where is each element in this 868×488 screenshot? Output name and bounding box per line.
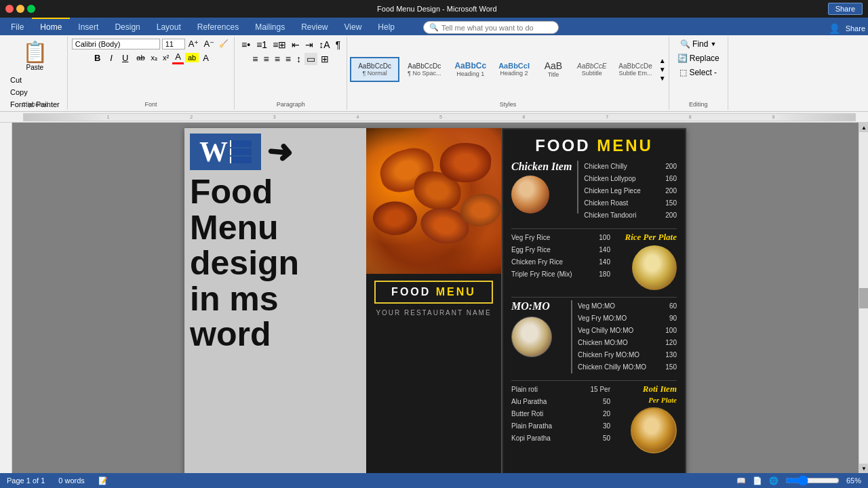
styles-scroll-arrows[interactable]: ▲ ▼ ▼ xyxy=(659,57,666,82)
cut-button[interactable]: Cut xyxy=(7,75,63,85)
maximize-button[interactable] xyxy=(27,5,35,13)
tab-layout[interactable]: Layout xyxy=(149,18,189,35)
print-layout-button[interactable]: 📄 xyxy=(753,476,762,485)
paste-button[interactable]: 📋 Paste xyxy=(7,38,63,73)
replace-button[interactable]: 🔄 Replace xyxy=(675,52,722,64)
roti-items: Plain roti 15 Per Alu Paratha 50 Butter … xyxy=(511,384,610,445)
font-color-button[interactable]: A xyxy=(172,51,184,64)
tab-view[interactable]: View xyxy=(336,18,370,35)
tab-home[interactable]: Home xyxy=(32,18,70,35)
multilevel-list-button[interactable]: ≡⊞ xyxy=(271,39,288,51)
font-group-label: Font xyxy=(68,101,234,108)
tab-references[interactable]: References xyxy=(189,18,247,35)
read-mode-button[interactable]: 📖 xyxy=(736,476,746,485)
style-no-spacing[interactable]: AaBbCcDc ¶ No Spac... xyxy=(401,58,448,81)
close-button[interactable] xyxy=(5,5,14,13)
grow-font-button[interactable]: A⁺ xyxy=(187,38,201,49)
tab-mailings[interactable]: Mailings xyxy=(247,18,293,35)
vertical-scrollbar[interactable]: ▲ ▼ xyxy=(859,123,868,473)
borders-button[interactable]: ⊞ xyxy=(319,53,331,65)
decrease-indent-button[interactable]: ⇤ xyxy=(290,39,302,51)
document-scroll-area[interactable]: W ➜ Food Menu design in ms word xyxy=(12,123,859,473)
momo-items: Veg MO:MO 60 Veg Fry MO:MO 90 Veg Chilly… xyxy=(571,300,677,373)
clear-format-button[interactable]: 🧹 xyxy=(218,39,230,49)
bullets-button[interactable]: ≡• xyxy=(239,38,253,52)
editing-group-label: Editing xyxy=(669,101,728,108)
roti-item-5: Kopi Paratha 50 xyxy=(511,432,610,445)
styles-up-arrow[interactable]: ▲ xyxy=(659,57,666,64)
text-color-button[interactable]: A xyxy=(200,52,212,64)
roti-plate-image xyxy=(631,407,677,453)
replace-icon: 🔄 xyxy=(677,54,688,63)
style-subtle-em-label: Subtle Em... xyxy=(618,70,652,77)
justify-button[interactable]: ≡ xyxy=(283,53,293,65)
numbered-list-button[interactable]: ≡1 xyxy=(254,39,269,51)
font-size-selector[interactable]: 11 xyxy=(162,39,185,49)
language-indicator: 📝 xyxy=(98,476,108,485)
minimize-button[interactable] xyxy=(16,5,24,13)
roti-item-4: Plain Paratha 30 xyxy=(511,420,610,432)
chicken-item-2: Chicken Lollypop 160 xyxy=(584,173,677,185)
underline-button[interactable]: U xyxy=(118,52,132,64)
style-heading1[interactable]: AaBbCc Heading 1 xyxy=(449,57,492,81)
roti-section-title: Roti Item Per Plate xyxy=(643,384,677,405)
paste-icon: 📋 xyxy=(22,40,47,64)
style-heading1-label: Heading 1 xyxy=(454,70,486,77)
increase-indent-button[interactable]: ⇥ xyxy=(303,39,315,51)
bold-button[interactable]: B xyxy=(90,52,104,64)
shading-button[interactable]: ▭ xyxy=(304,53,317,65)
strikethrough-button[interactable]: ab xyxy=(134,53,147,62)
tab-insert[interactable]: Insert xyxy=(70,18,106,35)
window-title: Food Menu Design - Microsoft Word xyxy=(46,5,828,13)
find-button[interactable]: 🔍 Find ▼ xyxy=(677,38,719,50)
web-layout-button[interactable]: 🌐 xyxy=(769,476,778,485)
help-search-input[interactable] xyxy=(441,24,550,32)
tab-design[interactable]: Design xyxy=(106,18,148,35)
subscript-button[interactable]: x₂ xyxy=(149,53,160,63)
restaurant-name: YOUR RESTAURANT NAME xyxy=(374,309,493,317)
line-spacing-button[interactable]: ↕ xyxy=(294,53,303,65)
divider-2 xyxy=(511,297,677,298)
tab-help[interactable]: Help xyxy=(370,18,403,35)
chicken-item-5: Chicken Tandoori 200 xyxy=(584,209,677,222)
style-normal-text: ¶ Normal xyxy=(358,70,391,77)
rice-items: Veg Fry Rice 100 Egg Fry Rice 140 Chicke… xyxy=(511,232,610,281)
style-normal[interactable]: AaBbCcDc ¶ Normal xyxy=(350,57,399,82)
scroll-down-button[interactable]: ▼ xyxy=(859,464,868,473)
share-button[interactable]: Share xyxy=(828,3,863,15)
style-subtitle[interactable]: AaBbCcE Subtitle xyxy=(572,58,612,81)
highlight-color-button[interactable]: ab xyxy=(185,53,199,62)
zoom-slider[interactable] xyxy=(785,476,840,485)
share-ribbon-button[interactable]: Share xyxy=(846,24,865,33)
styles-down-arrow[interactable]: ▼ xyxy=(659,66,666,73)
align-right-button[interactable]: ≡ xyxy=(273,53,282,65)
chicken-plate-image xyxy=(511,176,549,214)
select-button[interactable]: ⬚ Select - xyxy=(677,66,719,79)
scroll-up-button[interactable]: ▲ xyxy=(859,123,868,132)
style-title[interactable]: AaB Title xyxy=(536,56,570,82)
momo-item-6: Chicken Chilly MO:MO 150 xyxy=(578,361,677,373)
style-subtle-em[interactable]: AaBbCcDe Subtle Em... xyxy=(613,58,657,81)
zoom-level: 65% xyxy=(846,476,861,485)
superscript-button[interactable]: x² xyxy=(161,53,171,62)
shrink-font-button[interactable]: A⁻ xyxy=(202,38,216,49)
style-heading2[interactable]: AaBbCcI Heading 2 xyxy=(493,58,535,81)
italic-button[interactable]: I xyxy=(106,52,117,64)
find-dropdown-icon: ▼ xyxy=(710,41,716,47)
page-info: Page 1 of 1 xyxy=(7,476,45,485)
scroll-thumb[interactable] xyxy=(859,288,868,308)
tutorial-line-3: design xyxy=(190,245,361,281)
styles-more-arrow[interactable]: ▼ xyxy=(659,75,666,82)
style-no-spacing-label: ¶ No Spac... xyxy=(408,70,441,77)
align-center-button[interactable]: ≡ xyxy=(261,53,271,65)
font-name-selector[interactable]: Calibri (Body) xyxy=(72,39,160,49)
momo-item-2: Veg Fry MO:MO 90 xyxy=(578,312,677,325)
tutorial-line-2: Menu xyxy=(190,210,361,246)
copy-button[interactable]: Copy xyxy=(7,87,63,98)
sort-button[interactable]: ↕A xyxy=(317,39,332,51)
tab-file[interactable]: File xyxy=(3,18,32,35)
tab-review[interactable]: Review xyxy=(293,18,336,35)
word-count: 0 words xyxy=(58,476,85,485)
show-paragraph-button[interactable]: ¶ xyxy=(334,39,343,51)
align-left-button[interactable]: ≡ xyxy=(250,53,260,65)
